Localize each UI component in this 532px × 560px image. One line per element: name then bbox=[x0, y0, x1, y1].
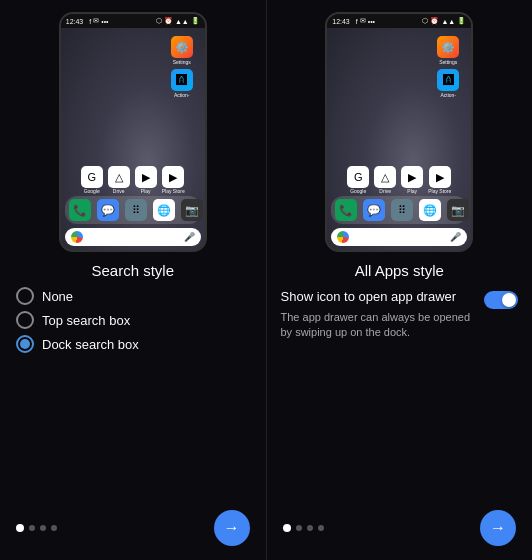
mic-icon-r: 🎤 bbox=[450, 232, 461, 242]
mid-icons-row-left: G Google △ Drive ▶ Play ▶ Play Store bbox=[61, 166, 205, 194]
playstore-icon-right: ▶ bbox=[429, 166, 451, 188]
phone-screen-right: ⚙️ Settings 🅰 Action- G Google △ bbox=[327, 28, 471, 250]
signal-icon-r: ▲▲ bbox=[441, 18, 455, 25]
settings-icon-group-r: ⚙️ Settings bbox=[437, 36, 459, 65]
play-label-left: Play bbox=[141, 188, 151, 194]
playstore-label-left: Play Store bbox=[162, 188, 185, 194]
mic-icon: 🎤 bbox=[184, 232, 195, 242]
dot-1 bbox=[16, 524, 24, 532]
playstore-label-right: Play Store bbox=[428, 188, 451, 194]
chrome-icon: 🌐 bbox=[153, 199, 175, 221]
play-icon-left: ▶ bbox=[135, 166, 157, 188]
radio-none-circle bbox=[16, 287, 34, 305]
radio-none[interactable]: None bbox=[16, 287, 250, 305]
dot-r-2 bbox=[296, 525, 302, 531]
mail-icon-r: ✉ bbox=[360, 17, 366, 25]
setting-text-group: Show icon to open app drawer The app dra… bbox=[281, 289, 477, 341]
dot-2 bbox=[29, 525, 35, 531]
dock-row-left: 📞 💬 ⠿ 🌐 📷 bbox=[65, 196, 201, 224]
bottom-nav-left: → bbox=[0, 510, 266, 546]
setting-row: Show icon to open app drawer The app dra… bbox=[281, 289, 519, 341]
right-panel-title: All Apps style bbox=[355, 262, 444, 279]
dots-left bbox=[16, 524, 57, 532]
dock-search-bar: 🎤 bbox=[65, 228, 201, 246]
left-panel: 12:43 f ✉ ••• ⬡ ⏰ ▲▲ 🔋 ⚙️ Settings bbox=[0, 0, 267, 560]
dot-4 bbox=[51, 525, 57, 531]
settings-icon: ⚙️ bbox=[171, 36, 193, 58]
status-bar-left: 12:43 f ✉ ••• ⬡ ⏰ ▲▲ 🔋 bbox=[61, 14, 205, 28]
settings-label-r: Settings bbox=[439, 59, 457, 65]
apps-icon-r: ⠿ bbox=[391, 199, 413, 221]
phone-screen-left: ⚙️ Settings 🅰 Action- G Google △ bbox=[61, 28, 205, 250]
radio-dock-inner bbox=[20, 339, 30, 349]
top-icons-right: ⚙️ Settings 🅰 Action- bbox=[327, 28, 471, 98]
top-icons-left: ⚙️ Settings 🅰 Action- bbox=[61, 28, 205, 98]
radio-none-label: None bbox=[42, 289, 73, 304]
fb-icon: f bbox=[89, 18, 91, 25]
status-bar-right: 12:43 f ✉ ••• ⬡ ⏰ ▲▲ 🔋 bbox=[327, 14, 471, 28]
alarm-icon: ⏰ bbox=[164, 17, 173, 25]
dots-right bbox=[283, 524, 324, 532]
phone-content-right: ⚙️ Settings 🅰 Action- G Google △ bbox=[327, 28, 471, 250]
radio-top[interactable]: Top search box bbox=[16, 311, 250, 329]
next-button-left[interactable]: → bbox=[214, 510, 250, 546]
msg-app-icon-r: 💬 bbox=[363, 199, 385, 221]
action-icon-group-r: 🅰 Action- bbox=[437, 69, 459, 98]
toggle-switch[interactable] bbox=[484, 291, 518, 309]
google-g-logo bbox=[71, 231, 83, 243]
signal-icon: ▲▲ bbox=[175, 18, 189, 25]
google-label-left: Google bbox=[84, 188, 100, 194]
action-icon-r: 🅰 bbox=[437, 69, 459, 91]
bottom-nav-right: → bbox=[267, 510, 533, 546]
time-left: 12:43 bbox=[66, 18, 84, 25]
google-group-left: G Google bbox=[81, 166, 103, 194]
phone-mockup-left: 12:43 f ✉ ••• ⬡ ⏰ ▲▲ 🔋 ⚙️ Settings bbox=[59, 12, 207, 252]
action-icon-group: 🅰 Action- bbox=[171, 69, 193, 98]
fb-icon-r: f bbox=[356, 18, 358, 25]
setting-desc: The app drawer can always be opened by s… bbox=[281, 310, 477, 341]
battery-icon-r: 🔋 bbox=[457, 17, 466, 25]
dot-r-4 bbox=[318, 525, 324, 531]
settings-icon-group: ⚙️ Settings bbox=[171, 36, 193, 65]
play-group-right: ▶ Play bbox=[401, 166, 423, 194]
google-label-right: Google bbox=[350, 188, 366, 194]
dot-r-1 bbox=[283, 524, 291, 532]
dock-row-right: 📞 💬 ⠿ 🌐 📷 bbox=[331, 196, 467, 224]
radio-dock-label: Dock search box bbox=[42, 337, 139, 352]
play-icon-right: ▶ bbox=[401, 166, 423, 188]
drive-label-right: Drive bbox=[379, 188, 391, 194]
settings-label: Settings bbox=[173, 59, 191, 65]
phone-mockup-right: 12:43 f ✉ ••• ⬡ ⏰ ▲▲ 🔋 ⚙️ Settings bbox=[325, 12, 473, 252]
dock-icons-left: 📞 💬 ⠿ 🌐 📷 bbox=[69, 199, 203, 221]
google-g-logo-r bbox=[337, 231, 349, 243]
radio-dock-circle bbox=[16, 335, 34, 353]
drive-label-left: Drive bbox=[113, 188, 125, 194]
drive-group-left: △ Drive bbox=[108, 166, 130, 194]
radio-group: None Top search box Dock search box bbox=[0, 287, 266, 353]
time-right: 12:43 bbox=[332, 18, 350, 25]
mail-icon: ✉ bbox=[93, 17, 99, 25]
left-panel-title: Search style bbox=[91, 262, 174, 279]
playstore-group-left: ▶ Play Store bbox=[162, 166, 185, 194]
toggle-thumb bbox=[502, 293, 516, 307]
radio-dock[interactable]: Dock search box bbox=[16, 335, 250, 353]
camera-icon: 📷 bbox=[181, 199, 203, 221]
playstore-icon-left: ▶ bbox=[162, 166, 184, 188]
chrome-icon-r: 🌐 bbox=[419, 199, 441, 221]
alarm-icon-r: ⏰ bbox=[430, 17, 439, 25]
right-panel-settings: Show icon to open app drawer The app dra… bbox=[267, 279, 533, 341]
play-label-right: Play bbox=[407, 188, 417, 194]
drive-icon-left: △ bbox=[108, 166, 130, 188]
radio-top-label: Top search box bbox=[42, 313, 130, 328]
more-icon: ••• bbox=[101, 18, 108, 25]
phone-content-left: ⚙️ Settings 🅰 Action- G Google △ bbox=[61, 28, 205, 250]
dot-r-3 bbox=[307, 525, 313, 531]
next-button-right[interactable]: → bbox=[480, 510, 516, 546]
playstore-group-right: ▶ Play Store bbox=[428, 166, 451, 194]
google-group-right: G Google bbox=[347, 166, 369, 194]
setting-title: Show icon to open app drawer bbox=[281, 289, 477, 306]
phone-app-icon: 📞 bbox=[69, 199, 91, 221]
settings-icon-r: ⚙️ bbox=[437, 36, 459, 58]
mid-icons-row-right: G Google △ Drive ▶ Play ▶ Play Store bbox=[327, 166, 471, 194]
dock-icons-right: 📞 💬 ⠿ 🌐 📷 bbox=[335, 199, 469, 221]
